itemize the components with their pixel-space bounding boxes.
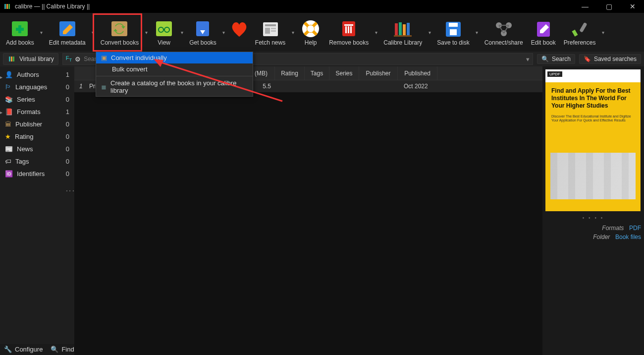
edit-book-icon xyxy=(533,18,554,39)
find-button[interactable]: 🔍Find xyxy=(51,346,74,353)
sidebar-item-formats[interactable]: ▸ 📕Formats 1 xyxy=(0,106,74,118)
sidebar-item-identifiers[interactable]: 🆔Identifiers 0 xyxy=(0,168,74,180)
save-to-disk-icon xyxy=(443,18,464,39)
search-icon: 🔍 xyxy=(51,346,58,353)
col-publisher[interactable]: Publisher xyxy=(359,66,398,80)
svg-rect-50 xyxy=(13,57,14,61)
sidebar-item-languages[interactable]: 🏳Languages 0 xyxy=(0,81,74,93)
svg-rect-49 xyxy=(11,57,12,61)
expand-icon[interactable]: ▸ xyxy=(0,110,2,115)
books-icon xyxy=(7,55,16,63)
svg-rect-30 xyxy=(395,23,398,35)
get-books-dropdown[interactable]: ▾ xyxy=(220,15,227,50)
tag-browser: ▸ 👤Authors 1 🏳Languages 0 📚Series 0 ▸ 📕F… xyxy=(0,66,74,355)
help-icon xyxy=(300,18,321,39)
maximize-button[interactable]: ▢ xyxy=(601,2,616,10)
formats-link[interactable]: PDF xyxy=(629,225,641,232)
folder-link[interactable]: Book files xyxy=(615,234,641,240)
sidebar-item-series[interactable]: 📚Series 0 xyxy=(0,93,74,106)
close-button[interactable]: ✕ xyxy=(625,2,640,10)
convert-books-dropdown[interactable]: ▾ xyxy=(143,15,150,50)
get-books-icon xyxy=(192,18,213,39)
svg-rect-31 xyxy=(399,22,402,35)
book-details-panel: UPDF Find and Apply For the Best Institu… xyxy=(542,66,644,355)
sidebar-item-authors[interactable]: ▸ 👤Authors 1 xyxy=(0,68,74,81)
remove-books-icon xyxy=(338,18,359,39)
sidebar-item-tags[interactable]: 🏷Tags 0 xyxy=(0,155,74,168)
sidebar-item-publisher[interactable]: 🏛Publisher 0 xyxy=(0,118,74,130)
svg-rect-27 xyxy=(348,26,349,33)
heart-button[interactable] xyxy=(227,15,251,50)
svg-rect-5 xyxy=(16,28,24,31)
news-icon: 📰 xyxy=(5,145,13,153)
fulltext-icon[interactable]: FT xyxy=(66,55,72,62)
edit-book-button[interactable]: Edit book xyxy=(527,15,560,50)
preferences-dropdown[interactable]: ▾ xyxy=(599,15,606,50)
calibre-library-icon xyxy=(392,18,414,39)
edit-metadata-button[interactable]: Edit metadata xyxy=(45,15,90,50)
sidebar-item-rating[interactable]: ★Rating 0 xyxy=(0,130,74,143)
calibre-library-button[interactable]: Calibre Library xyxy=(379,15,426,50)
calibre-library-dropdown[interactable]: ▾ xyxy=(426,15,433,50)
book-cover[interactable]: UPDF Find and Apply For the Best Institu… xyxy=(545,69,641,211)
svg-rect-0 xyxy=(4,4,6,9)
menu-bulk-convert[interactable]: Bulk convert xyxy=(96,63,253,75)
menu-create-catalog[interactable]: ≣ Create a catalog of the books in your … xyxy=(96,77,253,96)
edit-metadata-icon xyxy=(57,18,78,39)
window-title: calibre — || Calibre Library || xyxy=(15,3,90,10)
svg-rect-48 xyxy=(9,57,10,61)
configure-button[interactable]: 🔧Configure xyxy=(4,346,43,353)
identifiers-icon: 🆔 xyxy=(5,170,13,178)
preferences-button[interactable]: Preferences xyxy=(560,15,600,50)
gear-icon[interactable]: ⚙ xyxy=(75,56,81,63)
cover-badge: UPDF xyxy=(547,71,562,77)
menu-convert-individually[interactable]: ▣ Convert individually xyxy=(96,52,253,63)
formats-icon: 📕 xyxy=(5,108,13,116)
save-to-disk-button[interactable]: Save to disk xyxy=(433,15,473,50)
remove-books-button[interactable]: Remove books xyxy=(325,15,373,50)
svg-rect-29 xyxy=(344,24,353,26)
minimize-button[interactable]: — xyxy=(578,2,592,10)
svg-rect-36 xyxy=(449,23,458,27)
save-to-disk-dropdown[interactable]: ▾ xyxy=(474,15,481,50)
cover-subtitle: Discover The Best Educational Institute … xyxy=(545,115,641,123)
add-books-button[interactable]: Add books xyxy=(2,15,38,50)
svg-rect-33 xyxy=(407,23,410,35)
svg-rect-46 xyxy=(572,30,578,37)
add-books-dropdown[interactable]: ▾ xyxy=(38,15,45,50)
saved-searches-icon: 🔖 xyxy=(584,56,591,62)
virtual-library-button[interactable]: Virtual library xyxy=(3,53,58,65)
remove-books-dropdown[interactable]: ▾ xyxy=(373,15,379,50)
get-books-button[interactable]: Get books xyxy=(185,15,220,50)
fetch-news-dropdown[interactable]: ▾ xyxy=(289,15,296,50)
catalog-icon: ≣ xyxy=(101,83,107,91)
separator: • • • • xyxy=(545,215,641,221)
sidebar-item-news[interactable]: 📰News 0 xyxy=(0,143,74,155)
authors-icon: 👤 xyxy=(5,71,13,78)
view-button[interactable]: View xyxy=(150,15,178,50)
svg-rect-16 xyxy=(265,24,276,26)
svg-rect-26 xyxy=(345,26,347,33)
svg-rect-18 xyxy=(271,28,276,29)
search-dropdown-icon[interactable]: ▾ xyxy=(526,56,530,63)
col-rating[interactable]: Rating xyxy=(275,66,305,80)
convert-icon: ▣ xyxy=(101,54,107,61)
book-list: (MB) Rating Tags Series Publisher Publis… xyxy=(74,66,542,355)
search-button[interactable]: 🔍 Search xyxy=(537,54,575,64)
col-published[interactable]: Published xyxy=(398,66,437,80)
col-series[interactable]: Series xyxy=(329,66,359,80)
connect-share-button[interactable]: Connect/share xyxy=(481,15,527,50)
svg-rect-47 xyxy=(579,22,587,33)
saved-searches-button[interactable]: 🔖 Saved searches xyxy=(579,54,641,64)
col-tags[interactable]: Tags xyxy=(305,66,329,80)
expand-icon[interactable]: ▸ xyxy=(0,74,2,80)
tags-icon: 🏷 xyxy=(5,158,11,165)
cover-title: Find and Apply For the Best Institutes I… xyxy=(545,82,641,115)
fetch-news-button[interactable]: Fetch news xyxy=(251,15,289,50)
publisher-icon: 🏛 xyxy=(5,120,11,128)
help-button[interactable]: Help xyxy=(296,15,325,50)
svg-rect-32 xyxy=(403,24,406,35)
preferences-icon xyxy=(569,18,590,39)
fetch-news-icon xyxy=(260,18,281,39)
view-dropdown[interactable]: ▾ xyxy=(178,15,185,50)
